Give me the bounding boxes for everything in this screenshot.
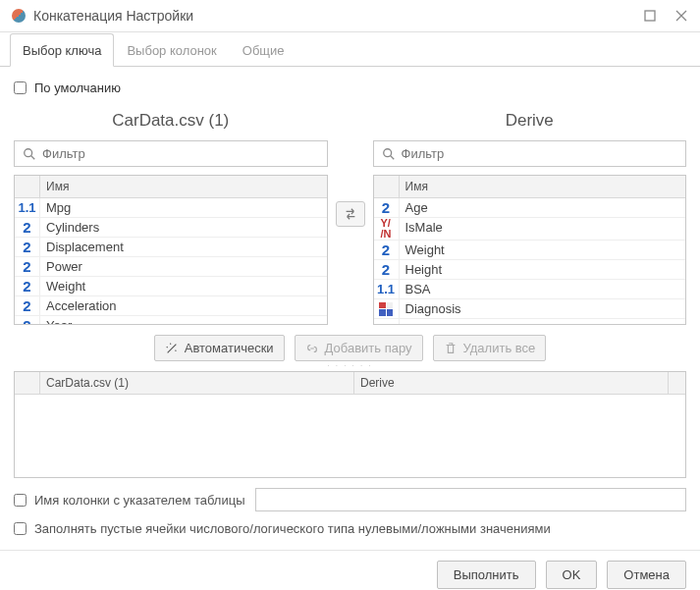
- column-name: Mpg: [40, 198, 327, 217]
- add-pair-button[interactable]: Добавить пару: [295, 335, 423, 361]
- left-filter-input[interactable]: [42, 146, 319, 161]
- svg-rect-0: [645, 11, 655, 21]
- right-header-name[interactable]: Имя: [400, 176, 686, 197]
- window-title: Конкатенация Настройки: [33, 8, 625, 24]
- type-icon: 2: [374, 260, 400, 279]
- left-pane: CarData.csv (1) Имя 1.1Mpg2Cylinders2Dis…: [14, 105, 328, 325]
- column-name: Displacement: [40, 238, 327, 256]
- run-button[interactable]: Выполнить: [437, 561, 536, 589]
- column-name: Cylinders: [40, 218, 327, 237]
- table-row[interactable]: 2Power: [15, 257, 327, 277]
- column-name: BSA: [400, 280, 686, 298]
- pair-header-right[interactable]: Derive: [354, 372, 668, 394]
- table-row[interactable]: Diagnosis: [374, 299, 686, 319]
- tab-bar: Выбор ключа Выбор колонок Общие: [0, 32, 700, 67]
- ok-button[interactable]: OK: [546, 561, 598, 589]
- prefix-input[interactable]: [255, 488, 687, 511]
- column-name: Weight: [400, 241, 686, 259]
- right-filter[interactable]: [373, 140, 687, 167]
- type-icon: 2: [15, 218, 40, 237]
- column-name: IsMale: [400, 218, 686, 240]
- table-row[interactable]: 2Displacement: [15, 238, 327, 257]
- resize-grip-icon[interactable]: · · · · · ·: [14, 363, 686, 369]
- right-title: Derive: [373, 105, 687, 140]
- wand-icon: [165, 342, 179, 355]
- column-name: Age: [400, 198, 686, 217]
- type-icon: 2: [15, 238, 40, 256]
- type-icon: Y//N: [374, 218, 400, 240]
- left-header-name[interactable]: Имя: [40, 176, 327, 197]
- left-grid: Имя 1.1Mpg2Cylinders2Displacement2Power2…: [14, 175, 328, 325]
- left-title: CarData.csv (1): [14, 105, 328, 140]
- svg-point-2: [383, 148, 391, 156]
- column-name: Acceleration: [40, 296, 327, 315]
- maximize-icon[interactable]: [643, 9, 657, 23]
- link-icon: [305, 342, 319, 355]
- fill-checkbox[interactable]: [14, 522, 27, 535]
- table-row[interactable]: 2Age: [374, 198, 686, 218]
- table-row[interactable]: 2Column 1: [374, 319, 686, 324]
- pair-header-left[interactable]: CarData.csv (1): [40, 372, 354, 394]
- table-row[interactable]: 2Weight: [374, 241, 686, 260]
- tab-column-select[interactable]: Выбор колонок: [114, 33, 229, 67]
- search-icon: [382, 147, 396, 161]
- prefix-checkbox[interactable]: [14, 494, 27, 507]
- default-checkbox-row[interactable]: По умолчанию: [14, 80, 686, 95]
- close-icon[interactable]: [674, 9, 688, 23]
- type-icon: 1.1: [374, 280, 400, 298]
- table-row[interactable]: 1.1Mpg: [15, 198, 327, 218]
- left-grid-body[interactable]: 1.1Mpg2Cylinders2Displacement2Power2Weig…: [15, 198, 327, 324]
- delete-all-button[interactable]: Удалить все: [433, 335, 547, 361]
- type-icon: 2: [15, 277, 40, 295]
- pair-grid: CarData.csv (1) Derive: [14, 371, 686, 478]
- type-icon: 2: [15, 316, 40, 324]
- type-icon: 2: [374, 319, 400, 324]
- left-filter[interactable]: [14, 140, 328, 167]
- pair-grid-body[interactable]: [15, 395, 685, 477]
- column-name: Weight: [40, 277, 327, 295]
- column-name: Year: [40, 316, 327, 324]
- type-icon: 1.1: [15, 198, 40, 217]
- default-label: По умолчанию: [34, 80, 121, 95]
- swap-button[interactable]: [336, 201, 365, 227]
- tab-general[interactable]: Общие: [230, 33, 297, 67]
- right-pane: Derive Имя 2AgeY//NIsMale2Weight2Height1…: [373, 105, 687, 325]
- search-icon: [23, 147, 36, 161]
- auto-button[interactable]: Автоматически: [154, 335, 285, 361]
- right-filter-input[interactable]: [402, 146, 678, 161]
- column-name: Power: [40, 257, 327, 276]
- type-icon: 2: [15, 296, 40, 315]
- type-icon: 2: [374, 241, 400, 259]
- table-row[interactable]: 2Year: [15, 316, 327, 324]
- app-icon: [12, 9, 26, 23]
- fill-checkbox-row[interactable]: Заполнять пустые ячейки числового/логиче…: [14, 521, 686, 536]
- type-icon: 2: [374, 198, 400, 217]
- table-row[interactable]: 2Cylinders: [15, 218, 327, 238]
- column-name: Column 1: [400, 319, 686, 324]
- type-icon: [374, 299, 400, 318]
- table-row[interactable]: 2Weight: [15, 277, 327, 296]
- table-row[interactable]: 1.1BSA: [374, 280, 686, 299]
- right-grid: Имя 2AgeY//NIsMale2Weight2Height1.1BSADi…: [373, 175, 687, 325]
- fill-label: Заполнять пустые ячейки числового/логиче…: [34, 521, 551, 536]
- type-icon: 2: [15, 257, 40, 276]
- prefix-checkbox-row[interactable]: Имя колонки с указателем таблицы: [14, 488, 686, 511]
- table-row[interactable]: 2Height: [374, 260, 686, 280]
- right-grid-body[interactable]: 2AgeY//NIsMale2Weight2Height1.1BSADiagno…: [374, 198, 686, 324]
- default-checkbox[interactable]: [14, 81, 27, 94]
- column-name: Diagnosis: [400, 299, 686, 318]
- trash-icon: [444, 342, 458, 355]
- table-row[interactable]: 2Acceleration: [15, 296, 327, 316]
- prefix-label: Имя колонки с указателем таблицы: [34, 493, 245, 508]
- column-name: Height: [400, 260, 686, 279]
- table-row[interactable]: Y//NIsMale: [374, 218, 686, 241]
- cancel-button[interactable]: Отмена: [607, 561, 686, 589]
- tab-key-select[interactable]: Выбор ключа: [10, 33, 114, 67]
- svg-point-1: [25, 148, 32, 156]
